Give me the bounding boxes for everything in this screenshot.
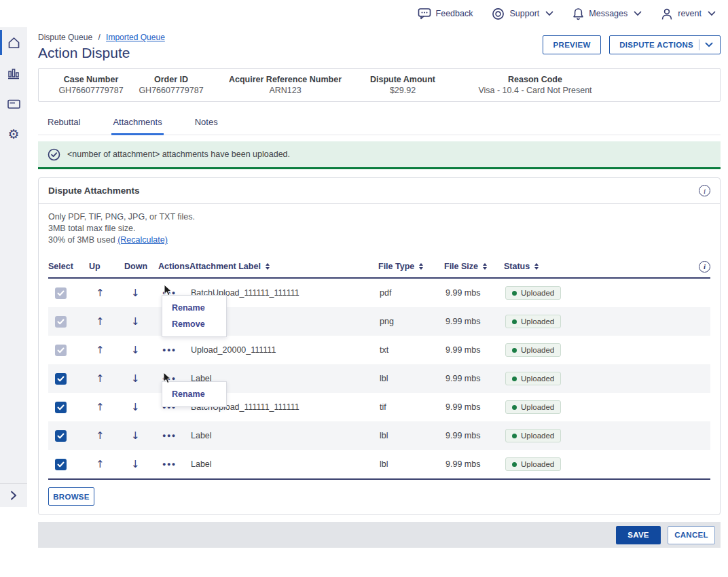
info-icon[interactable]: i: [699, 185, 710, 196]
sort-icon[interactable]: [266, 263, 270, 270]
row-select-checkbox[interactable]: [55, 345, 67, 356]
tab-notes[interactable]: Notes: [194, 113, 219, 135]
sort-icon[interactable]: [534, 263, 539, 270]
browse-button[interactable]: BROWSE: [48, 487, 94, 506]
usage-text: 30% of 3MB used: [48, 235, 115, 245]
sidebar: ⚙: [0, 27, 27, 507]
case-number-label: Case Number: [51, 75, 131, 84]
preview-button[interactable]: PREVIEW: [543, 35, 601, 54]
row-actions-menu: Rename: [162, 381, 227, 407]
chevron-down-icon: [708, 11, 716, 16]
panel-header: Dispute Attachments i: [39, 178, 720, 204]
sidebar-item-settings[interactable]: ⚙: [0, 119, 27, 150]
table-info: i: [626, 261, 710, 273]
column-actions: Actions: [158, 262, 189, 271]
status-badge: Uploaded: [505, 343, 561, 357]
support-icon: [492, 7, 505, 20]
upload-rules: Only PDF, TIF, PNG, JPG, or TXT files. 3…: [39, 204, 720, 254]
dispute-amount-value: $29.92: [359, 86, 446, 95]
file-size: 9.99 mbs: [444, 431, 504, 440]
attachment-row: ↑ ↓ ●●● BatchUpload_111111_111111 pdf 9.…: [48, 279, 710, 307]
move-down-button[interactable]: ↓: [126, 458, 140, 470]
messages-menu[interactable]: Messages: [572, 7, 642, 20]
sort-icon[interactable]: [483, 263, 487, 270]
tab-rebuttal[interactable]: Rebuttal: [46, 113, 81, 135]
table-header: Select Up Down Actions Attachment Label …: [48, 256, 710, 279]
move-up-button[interactable]: ↑: [90, 458, 105, 470]
column-attachment-label[interactable]: Attachment Label: [189, 262, 378, 271]
reason-code-label: Reason Code: [446, 75, 624, 84]
order-id-label: Order ID: [131, 75, 211, 84]
feedback-label: Feedback: [436, 9, 473, 18]
row-select-checkbox[interactable]: [55, 287, 67, 299]
move-up-button[interactable]: ↑: [90, 315, 105, 328]
bar-chart-icon: [7, 67, 20, 80]
check-circle-icon: [48, 148, 60, 161]
feedback-button[interactable]: Feedback: [418, 7, 473, 20]
menu-item-remove[interactable]: Remove: [162, 316, 226, 332]
status-text: Uploaded: [521, 374, 554, 383]
recalculate-link[interactable]: (Recalculate): [117, 235, 168, 245]
status-badge: Uploaded: [505, 400, 561, 414]
column-status[interactable]: Status: [504, 262, 626, 271]
cancel-button[interactable]: CANCEL: [668, 526, 715, 544]
sort-icon[interactable]: [419, 263, 423, 270]
acquirer-reference-label: Acquirer Reference Number: [211, 75, 359, 84]
file-type: txt: [378, 345, 444, 355]
status-text: Uploaded: [521, 317, 554, 326]
column-file-type[interactable]: File Type: [378, 262, 444, 271]
row-select-checkbox[interactable]: [55, 430, 67, 442]
status-text: Uploaded: [521, 432, 554, 440]
sidebar-expand-button[interactable]: [0, 484, 27, 507]
menu-item-rename[interactable]: Rename: [162, 300, 226, 316]
row-select-checkbox[interactable]: [55, 402, 67, 413]
move-up-button[interactable]: ↑: [90, 287, 105, 299]
dispute-actions-button[interactable]: DISPUTE ACTIONS: [609, 35, 721, 54]
username-label: revent: [678, 9, 702, 18]
breadcrumb-link-imported-queue[interactable]: Imported Queue: [106, 33, 165, 42]
case-summary-bar: Case Number GH76607779787 Order ID GH766…: [38, 68, 721, 102]
row-select-checkbox[interactable]: [55, 316, 67, 328]
main-content: Dispute Queue / Imported Queue Action Di…: [38, 27, 721, 548]
chevron-down-icon: [705, 42, 713, 48]
row-actions-button[interactable]: ●●●: [160, 432, 177, 439]
move-up-button[interactable]: ↑: [90, 344, 105, 356]
row-select-checkbox[interactable]: [55, 459, 67, 470]
move-up-button[interactable]: ↑: [90, 372, 105, 385]
move-up-button[interactable]: ↑: [90, 401, 105, 413]
move-down-button[interactable]: ↓: [126, 315, 140, 328]
status-dot-icon: [512, 434, 517, 438]
column-file-size[interactable]: File Size: [444, 262, 504, 271]
move-down-button[interactable]: ↓: [126, 287, 140, 299]
move-down-button[interactable]: ↓: [126, 401, 140, 413]
support-menu[interactable]: Support: [492, 7, 553, 20]
status-badge: Uploaded: [505, 315, 561, 328]
user-menu[interactable]: revent: [661, 7, 716, 20]
move-up-button[interactable]: ↑: [90, 430, 105, 442]
reason-code-value: Visa - 10.4 - Card Not Present: [446, 86, 624, 95]
status-dot-icon: [512, 319, 517, 324]
sidebar-item-home[interactable]: [0, 27, 27, 58]
case-number-field: Case Number GH76607779787: [51, 75, 131, 95]
move-down-button[interactable]: ↓: [126, 430, 140, 442]
row-actions-button[interactable]: ●●●: [160, 347, 177, 353]
status-badge: Uploaded: [505, 429, 561, 442]
status-text: Uploaded: [521, 346, 554, 354]
menu-item-rename[interactable]: Rename: [162, 386, 226, 402]
row-select-checkbox[interactable]: [55, 373, 67, 385]
column-select: Select: [48, 262, 89, 271]
banner-message: <number of attachment> attachments have …: [67, 150, 290, 159]
move-down-button[interactable]: ↓: [126, 344, 140, 356]
dispute-amount-field: Dispute Amount $29.92: [359, 75, 446, 95]
row-actions-button[interactable]: ●●●: [160, 461, 177, 468]
breadcrumb-parent: Dispute Queue: [38, 33, 92, 42]
info-icon[interactable]: i: [699, 261, 710, 273]
file-type: lbl: [378, 459, 444, 469]
sidebar-item-reports[interactable]: [0, 58, 27, 88]
move-down-button[interactable]: ↓: [126, 372, 140, 385]
file-size: 9.99 mbs: [444, 459, 504, 469]
attachment-label: Label: [189, 431, 378, 440]
save-button[interactable]: SAVE: [616, 526, 661, 544]
sidebar-item-payments[interactable]: [0, 88, 27, 119]
tab-attachments[interactable]: Attachments: [111, 113, 163, 135]
